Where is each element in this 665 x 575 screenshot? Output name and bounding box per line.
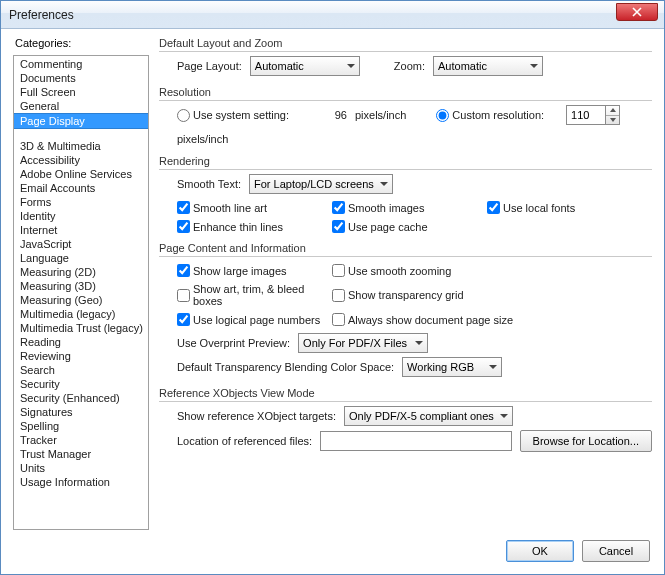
category-item[interactable]: 3D & Multimedia [14,139,148,153]
blend-space-combo[interactable]: Working RGB [402,357,502,377]
group-title: Reference XObjects View Mode [159,387,652,402]
category-item[interactable]: Email Accounts [14,181,148,195]
category-item[interactable]: Measuring (2D) [14,265,148,279]
category-item[interactable]: Measuring (Geo) [14,293,148,307]
category-item[interactable]: Spelling [14,419,148,433]
titlebar: Preferences [1,1,664,29]
overprint-label: Use Overprint Preview: [177,337,290,349]
spin-up-icon[interactable] [606,106,619,116]
show-ref-targets-label: Show reference XObject targets: [177,410,336,422]
use-local-fonts-check[interactable]: Use local fonts [487,201,642,214]
group-title: Page Content and Information [159,242,652,257]
group-title: Rendering [159,155,652,170]
smooth-images-check[interactable]: Smooth images [332,201,487,214]
category-item[interactable]: Search [14,363,148,377]
category-item[interactable]: Forms [14,195,148,209]
smooth-line-art-check[interactable]: Smooth line art [177,201,332,214]
close-button[interactable] [616,3,658,21]
category-item[interactable]: Tracker [14,433,148,447]
group-title: Default Layout and Zoom [159,37,652,52]
categories-panel: Categories: CommentingDocumentsFull Scre… [13,37,149,530]
category-item[interactable]: JavaScript [14,237,148,251]
spin-down-icon[interactable] [606,116,619,125]
unit-label: pixels/inch [177,133,228,145]
unit-label: pixels/inch [355,109,406,121]
custom-resolution-radio[interactable]: Custom resolution: [436,109,544,122]
page-layout-label: Page Layout: [177,60,242,72]
blend-space-label: Default Transparency Blending Color Spac… [177,361,394,373]
custom-dpi-spinner[interactable] [566,105,620,125]
group-resolution: Resolution Use system setting: 96 pixels… [159,86,652,149]
category-item[interactable]: Signatures [14,405,148,419]
category-item[interactable]: General [14,99,148,113]
zoom-label: Zoom: [394,60,425,72]
category-item[interactable]: Accessibility [14,153,148,167]
settings-panel: Default Layout and Zoom Page Layout: Aut… [159,37,652,530]
category-item[interactable]: Security (Enhanced) [14,391,148,405]
overprint-combo[interactable]: Only For PDF/X Files [298,333,428,353]
category-item[interactable]: Reading [14,335,148,349]
use-page-cache-check[interactable]: Use page cache [332,220,487,233]
use-system-radio[interactable]: Use system setting: [177,109,297,122]
page-layout-combo[interactable]: Automatic [250,56,360,76]
show-large-images-check[interactable]: Show large images [177,264,332,277]
preferences-window: Preferences Categories: CommentingDocume… [0,0,665,575]
smooth-text-label: Smooth Text: [177,178,241,190]
categories-label: Categories: [15,37,149,49]
always-show-doc-size-check[interactable]: Always show document page size [332,313,542,326]
cancel-button[interactable]: Cancel [582,540,650,562]
category-item[interactable]: Trust Manager [14,447,148,461]
smooth-text-combo[interactable]: For Laptop/LCD screens [249,174,393,194]
browse-location-button[interactable]: Browse for Location... [520,430,652,452]
category-item[interactable]: Full Screen [14,85,148,99]
category-item[interactable]: Multimedia (legacy) [14,307,148,321]
category-item[interactable]: Language [14,251,148,265]
category-item[interactable]: Measuring (3D) [14,279,148,293]
close-icon [632,7,642,17]
category-item[interactable]: Identity [14,209,148,223]
category-item[interactable]: Internet [14,223,148,237]
dialog-footer: OK Cancel [1,534,664,574]
show-ref-targets-combo[interactable]: Only PDF/X-5 compliant ones [344,406,513,426]
category-item[interactable]: Usage Information [14,475,148,489]
ok-button[interactable]: OK [506,540,574,562]
group-layout-zoom: Default Layout and Zoom Page Layout: Aut… [159,37,652,80]
use-smooth-zooming-check[interactable]: Use smooth zooming [332,264,542,277]
category-item[interactable]: Page Display [14,113,148,129]
group-rendering: Rendering Smooth Text: For Laptop/LCD sc… [159,155,652,236]
use-logical-page-numbers-check[interactable]: Use logical page numbers [177,313,332,326]
zoom-combo[interactable]: Automatic [433,56,543,76]
category-item[interactable]: Multimedia Trust (legacy) [14,321,148,335]
system-dpi-value: 96 [319,109,347,121]
window-title: Preferences [9,8,74,22]
group-title: Resolution [159,86,652,101]
group-page-content: Page Content and Information Show large … [159,242,652,381]
category-item[interactable]: Documents [14,71,148,85]
location-input[interactable] [320,431,511,451]
category-item[interactable]: Security [14,377,148,391]
category-item[interactable]: Commenting [14,57,148,71]
category-item[interactable]: Units [14,461,148,475]
categories-listbox[interactable]: CommentingDocumentsFull ScreenGeneralPag… [13,55,149,530]
location-label: Location of referenced files: [177,435,312,447]
custom-dpi-input[interactable] [566,105,606,125]
spinner-arrows[interactable] [606,105,620,125]
group-reference-xobjects: Reference XObjects View Mode Show refere… [159,387,652,456]
category-item[interactable]: Adobe Online Services [14,167,148,181]
show-transparency-grid-check[interactable]: Show transparency grid [332,283,542,307]
category-item[interactable]: Reviewing [14,349,148,363]
enhance-thin-lines-check[interactable]: Enhance thin lines [177,220,332,233]
show-art-trim-check[interactable]: Show art, trim, & bleed boxes [177,283,332,307]
